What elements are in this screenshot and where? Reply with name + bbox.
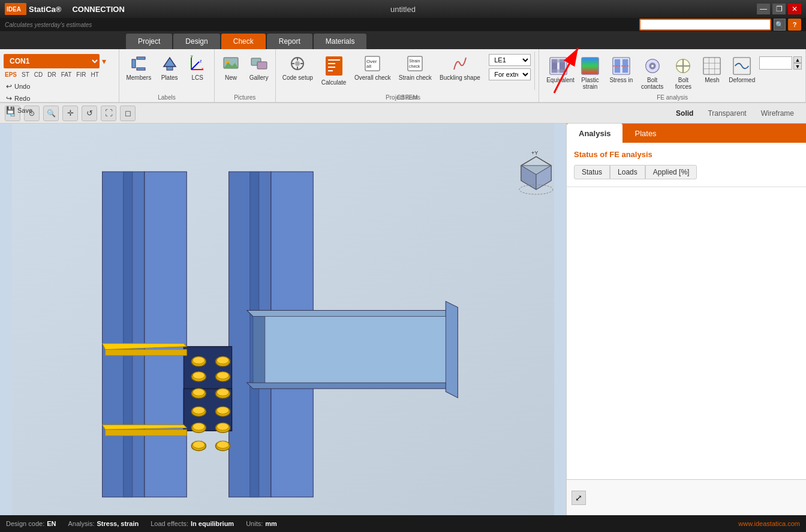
spinner-down-button[interactable]: ▼ (793, 63, 802, 70)
svg-point-84 (193, 407, 204, 414)
tab-report[interactable]: Report (267, 34, 312, 49)
svg-text:y: y (191, 55, 193, 59)
svg-marker-5 (164, 58, 176, 67)
load-effects-item: Load effects: In equilibrium (151, 520, 234, 527)
svg-line-9 (191, 62, 199, 70)
box-button[interactable]: ◻ (120, 106, 136, 121)
svg-rect-36 (582, 58, 599, 74)
cbfem-section-label: CBFEM (276, 94, 539, 101)
equivalent-icon (549, 56, 568, 76)
app-logo: IDEA StatiCa® (5, 3, 61, 15)
con1-tab-cd[interactable]: CD (33, 71, 44, 79)
mesh-icon (702, 56, 721, 76)
spinner-input[interactable]: 10.00 (759, 56, 792, 70)
cbfem-section: Code setup Calculate (276, 49, 539, 102)
con1-tab-eps[interactable]: EPS (4, 71, 18, 79)
lcs-button[interactable]: x y z LCS (185, 52, 210, 83)
code-setup-button[interactable]: Code setup (279, 52, 316, 83)
con1-tab-dr[interactable]: DR (46, 71, 57, 79)
tab-plates[interactable]: Plates (622, 124, 668, 143)
spinner-up-button[interactable]: ▲ (793, 56, 802, 63)
loads-button[interactable]: Loads (610, 165, 645, 179)
strain-check-button[interactable]: Strain check Strain check (396, 52, 434, 83)
buckling-shape-button[interactable]: Buckling shape (437, 52, 483, 83)
new-picture-button[interactable]: New (218, 52, 244, 83)
members-button[interactable]: Members (123, 52, 154, 83)
con1-tabs: EPS ST CD DR FAT FIR HT (4, 71, 115, 79)
bolt-contacts-button[interactable]: Bolt contacts (637, 54, 667, 92)
applied-button[interactable]: Applied [%] (645, 165, 697, 179)
main-content: Production cost - 66 € (0, 124, 806, 515)
stress-in-icon (612, 56, 631, 76)
minimize-button[interactable]: — (757, 4, 770, 14)
analysis-item: Analysis: Stress, strain (68, 520, 139, 527)
for-extreme-selector[interactable]: For extreme (489, 68, 531, 80)
3d-cube-navigator[interactable]: +Y (512, 148, 554, 190)
overall-check-button[interactable]: Over all Overall check (351, 52, 393, 83)
bolt-forces-button[interactable]: Bolt forces (669, 54, 699, 92)
svg-point-82 (216, 389, 228, 396)
status-button[interactable]: Status (574, 165, 610, 179)
search-button[interactable]: 🔍 (774, 19, 786, 31)
restore-button[interactable]: ❐ (772, 4, 786, 14)
view-mode-transparent[interactable]: Transparent (700, 107, 753, 119)
title-bar: IDEA StatiCa® CONNECTION untitled — ❐ ✕ (0, 0, 806, 18)
con1-tab-st[interactable]: ST (20, 71, 31, 79)
fe-analysis-section: Equivalent (539, 49, 806, 102)
svg-point-94 (216, 441, 228, 448)
le1-selector[interactable]: LE1 (489, 54, 531, 66)
view-mode-solid[interactable]: Solid (669, 107, 700, 119)
svg-rect-2 (132, 59, 136, 68)
con1-selector[interactable]: CON1 (4, 54, 100, 68)
help-button[interactable]: ? (788, 19, 801, 31)
svg-marker-70 (106, 429, 187, 435)
connection-label: CONNECTION (72, 5, 124, 14)
svg-marker-63 (446, 301, 458, 398)
calculate-button[interactable]: Calculate (318, 52, 350, 88)
fe-status-buttons: Status Loads Applied [%] (574, 165, 799, 179)
stress-in-button[interactable]: Stress in (606, 54, 636, 86)
svg-text:+Y: +Y (531, 150, 538, 156)
plastic-strain-button[interactable]: Plastic strain (575, 54, 605, 92)
le1-section: LE1 For extreme (485, 52, 535, 90)
viewport[interactable]: Production cost - 66 € (0, 124, 566, 515)
buckling-shape-icon (450, 54, 470, 73)
title-bar-left: IDEA StatiCa® CONNECTION (5, 3, 125, 15)
units-item: Units: mm (246, 520, 277, 527)
members-icon (129, 54, 148, 73)
svg-text:x: x (202, 67, 204, 71)
right-panel-bottom: ⤢ (567, 479, 806, 515)
tab-check[interactable]: Check (221, 34, 266, 49)
save-button[interactable]: 💾Save (4, 105, 115, 116)
svg-point-72 (193, 357, 204, 364)
close-button[interactable]: ✕ (788, 4, 801, 14)
con1-section: CON1 ▾ EPS ST CD DR FAT FIR HT ↩Undo ↪Re… (0, 49, 119, 102)
svg-point-19 (295, 61, 300, 66)
labels-section-label: Labels (119, 94, 213, 101)
mesh-button[interactable]: Mesh (699, 54, 724, 86)
con1-tab-fir[interactable]: FIR (75, 71, 87, 79)
tab-materials[interactable]: Materials (314, 34, 367, 49)
window-title: untitled (390, 5, 416, 14)
con1-tab-ht[interactable]: HT (89, 71, 100, 79)
undo-button[interactable]: ↩Undo (4, 81, 115, 92)
expand-button[interactable]: ⤢ (572, 491, 586, 505)
plates-button[interactable]: Plates (157, 52, 182, 83)
view-mode-wireframe[interactable]: Wireframe (754, 107, 801, 119)
fe-status-section: Status of FE analysis Status Loads Appli… (567, 143, 806, 187)
strain-check-icon: Strain check (405, 54, 425, 73)
svg-text:z: z (200, 59, 202, 63)
tab-project[interactable]: Project (126, 34, 172, 49)
fe-analysis-label: FE analysis (539, 94, 805, 101)
deformed-button[interactable]: Deformed (726, 54, 758, 86)
tab-analysis[interactable]: Analysis (567, 124, 622, 143)
con1-tab-fat[interactable]: FAT (60, 71, 73, 79)
lcs-icon: x y z (188, 54, 207, 73)
bolt-forces-icon (673, 56, 693, 76)
right-panel-content (567, 187, 806, 479)
fe-status-title: Status of FE analysis (574, 150, 799, 159)
tab-design[interactable]: Design (173, 34, 219, 49)
gallery-button[interactable]: Gallery (246, 52, 272, 83)
equivalent-button[interactable]: Equivalent (543, 54, 574, 86)
search-input[interactable] (639, 19, 771, 31)
